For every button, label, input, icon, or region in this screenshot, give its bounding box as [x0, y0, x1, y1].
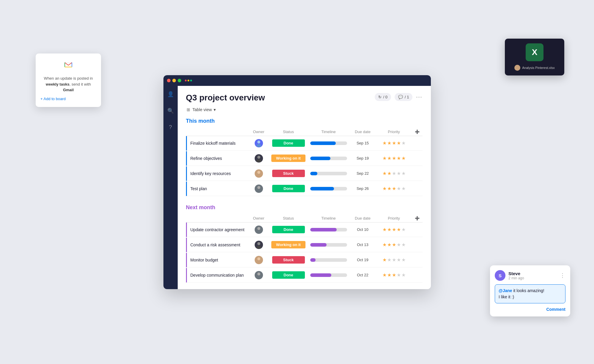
task-name: Finalize kickoff materials [187, 141, 248, 146]
reactions-button[interactable]: ↻ / 0 [375, 93, 391, 101]
priority-cell: ★ ★ ★ ★ ★ [376, 227, 412, 232]
svg-point-3 [257, 156, 260, 159]
due-date: Oct 10 [349, 227, 376, 232]
status-cell: Done [269, 139, 308, 147]
table-row: Monitor budget Stuck Oct 19 [186, 253, 423, 267]
content-area: Q3 project overview ↻ / 0 💬 / 1 ··· ⊞ Ta… [178, 86, 431, 289]
col-task [186, 130, 248, 134]
commenter-avatar: S [495, 270, 505, 281]
task-name: Test plan [187, 186, 248, 191]
page-title: Q3 project overview [186, 93, 265, 103]
owner-cell [248, 226, 269, 234]
svg-point-5 [257, 171, 260, 174]
timeline-bar [310, 258, 347, 262]
avatar [255, 271, 263, 279]
svg-point-2 [256, 144, 261, 147]
table-view-icon: ⊞ [186, 107, 191, 112]
timeline-fill [310, 228, 337, 231]
close-button[interactable] [167, 79, 171, 82]
sidebar-icon-search[interactable]: 🔍 [166, 106, 175, 116]
this-month-table-header: Owner Status Timeline Due date Priority … [186, 128, 423, 136]
avatar [255, 256, 263, 264]
col-status: Status [269, 216, 308, 220]
due-date: Sep 22 [349, 171, 376, 176]
svg-point-10 [256, 231, 261, 234]
svg-point-7 [257, 186, 260, 189]
traffic-lights [167, 79, 181, 82]
next-month-title: Next month [186, 204, 423, 211]
comment-mention: @Jane [499, 288, 512, 293]
svg-point-16 [256, 276, 261, 279]
status-badge: Stuck [272, 256, 305, 264]
avatar [255, 241, 263, 249]
timeline-bar [310, 243, 347, 247]
timeline-bar [310, 141, 347, 145]
table-row: Develop communication plan Done [186, 268, 423, 283]
avatar [255, 139, 263, 147]
task-name: Update contractor agreement [187, 227, 248, 232]
col-status: Status [269, 130, 308, 134]
col-add: ➕ [412, 216, 423, 220]
svg-point-1 [257, 141, 260, 144]
comment-header: S Steve 2 min ago ⋮ [495, 270, 565, 281]
timeline-fill [310, 243, 327, 247]
status-cell: Done [269, 185, 308, 192]
owner-cell [248, 185, 269, 193]
priority-cell: ★ ★ ★ ★ ★ [376, 140, 412, 146]
due-date: Sep 19 [349, 156, 376, 160]
sidebar-icon-help[interactable]: ? [166, 123, 175, 132]
status-badge: Working on it [271, 241, 305, 248]
table-row: Identify key resources Stuck S [186, 166, 423, 181]
comments-button[interactable]: 💬 / 1 [395, 93, 412, 101]
due-date: Sep 15 [349, 141, 376, 145]
timeline-fill [310, 157, 330, 160]
comment-button[interactable]: Comment [546, 307, 565, 312]
page-header: Q3 project overview ↻ / 0 💬 / 1 ··· [186, 93, 423, 103]
owner-cell [248, 169, 269, 178]
sidebar-icon-person[interactable]: 👤 [166, 89, 175, 99]
svg-point-15 [257, 272, 260, 275]
timeline-cell [308, 157, 349, 160]
status-badge: Working on it [271, 155, 305, 162]
timeline-cell [308, 273, 349, 277]
owner-cell [248, 256, 269, 264]
commenter-info: Steve 2 min ago [508, 271, 560, 280]
gmail-card: When an update is posted in weekly tasks… [36, 53, 101, 107]
task-name: Monitor budget [187, 258, 248, 262]
owner-cell [248, 241, 269, 249]
col-priority: Priority [376, 130, 412, 134]
view-selector[interactable]: ⊞ Table view ▾ [186, 107, 423, 112]
due-date: Sep 26 [349, 186, 376, 191]
col-timeline: Timeline [308, 216, 349, 220]
due-date: Oct 22 [349, 273, 376, 277]
svg-point-12 [256, 246, 261, 249]
svg-point-13 [257, 257, 260, 260]
add-to-board-button[interactable]: + Add to board [40, 97, 66, 101]
this-month-title: This month [186, 118, 423, 124]
svg-point-4 [256, 159, 261, 162]
avatar [255, 185, 263, 193]
status-badge: Done [272, 226, 305, 233]
excel-icon: X [526, 43, 543, 61]
timeline-bar [310, 157, 347, 160]
col-task [186, 216, 248, 220]
next-month-section: Next month Owner Status Timeline Due dat… [186, 204, 423, 283]
timeline-cell [308, 243, 349, 247]
comment-more-button[interactable]: ⋮ [560, 272, 565, 279]
col-duedate: Due date [349, 130, 376, 134]
owner-cell [248, 139, 269, 147]
reactions-count: / 0 [383, 95, 387, 99]
timeline-cell [308, 187, 349, 190]
more-options-button[interactable]: ··· [416, 94, 422, 100]
table-row: Finalize kickoff materials Done [186, 136, 423, 151]
excel-filename-text: Analysis Pinterest.xlsx [522, 66, 554, 70]
commenter-name: Steve [508, 271, 560, 276]
maximize-button[interactable] [178, 79, 181, 82]
next-month-table-header: Owner Status Timeline Due date Priority … [186, 214, 423, 223]
timeline-bar [310, 172, 347, 175]
timeline-fill [310, 141, 336, 145]
task-name: Refine objectives [187, 156, 248, 161]
col-owner: Owner [248, 130, 269, 134]
status-badge: Stuck [272, 170, 305, 177]
minimize-button[interactable] [172, 79, 176, 82]
